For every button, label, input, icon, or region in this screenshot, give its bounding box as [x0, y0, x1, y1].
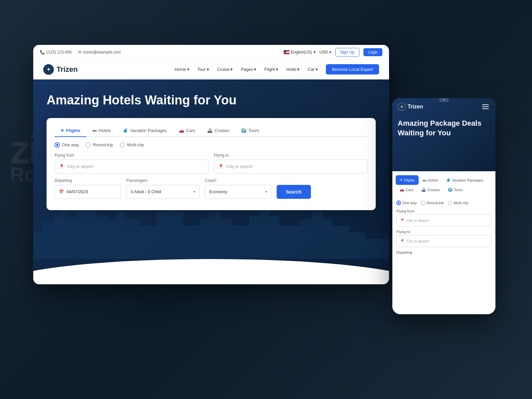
- phone-icon: 📞: [40, 50, 45, 55]
- passengers-value: 0 Adult - 0 Child: [131, 189, 161, 194]
- passengers-select[interactable]: 0 Adult - 0 Child ▾: [126, 185, 200, 199]
- round-trip-label: Round-trip: [93, 142, 113, 147]
- tab-vacation[interactable]: 🧳 Vacation Packages: [117, 125, 173, 137]
- coach-value: Economy: [209, 189, 227, 194]
- mobile-tab-hotels-label: Hotels: [428, 178, 438, 182]
- hamburger-menu[interactable]: [481, 103, 490, 110]
- tab-hotels[interactable]: 🛏 Hotels: [86, 125, 117, 137]
- tab-tours[interactable]: 🌍 Tours: [235, 125, 265, 137]
- mobile-departing-label: Departing: [396, 250, 491, 254]
- tab-tours-label: Tours: [248, 128, 259, 133]
- nav-tour-chevron: ▾: [207, 67, 209, 72]
- nav-flight-chevron: ▾: [276, 67, 278, 72]
- currency-selector[interactable]: USD ▾: [320, 50, 331, 55]
- mobile-logo-text: Trizen: [408, 104, 423, 110]
- mobile-chevron-top: ⌄: [439, 98, 449, 102]
- mobile-tabs: ✈ Flights 🛏 Hotels 🧳 Vacation Packages 🚗…: [392, 171, 495, 197]
- login-button[interactable]: Login: [363, 48, 382, 56]
- nav-home-label: Home: [175, 67, 186, 72]
- nav-pages[interactable]: Pages ▾: [241, 67, 256, 72]
- mobile-trip-types: One way Round-trip Multi-city: [396, 200, 491, 205]
- departing-input[interactable]: 📅 04/07/2023: [55, 185, 121, 199]
- mobile-multi-city-indicator: [448, 200, 453, 205]
- signup-button[interactable]: Sign Up: [335, 48, 359, 57]
- nav-hotel-label: Hotel: [286, 67, 296, 72]
- mobile-pin-icon-from: 📍: [400, 218, 405, 223]
- mobile-tab-tours[interactable]: 🌍 Tours: [444, 185, 467, 195]
- mobile-window: ⌄ ✦ Trizen Amazing Package Deals Waiting…: [392, 98, 495, 314]
- become-local-expert-button[interactable]: Become Local Expert: [326, 64, 379, 74]
- mobile-round-trip-radio[interactable]: Round-trip: [421, 200, 444, 205]
- nav-hotel[interactable]: Hotel ▾: [286, 67, 300, 72]
- nav-pages-label: Pages: [241, 67, 253, 72]
- tab-flights[interactable]: ✈ Flights: [55, 125, 86, 137]
- mobile-tab-flights-label: Flights: [404, 178, 415, 182]
- mobile-tab-cars[interactable]: 🚗 Cars: [396, 185, 417, 195]
- one-way-radio-indicator: [55, 142, 60, 148]
- nav-links: Home ▾ Tour ▾ Cruise ▾ Pages ▾ Flight: [175, 64, 379, 74]
- mobile-tab-vacation[interactable]: 🧳 Vacation Packages: [442, 175, 487, 185]
- mobile-form: One way Round-trip Multi-city Flying fro…: [392, 197, 495, 259]
- vacation-icon: 🧳: [123, 128, 128, 133]
- nav-flight[interactable]: Flight ▾: [264, 67, 278, 72]
- tab-cars[interactable]: 🚗 Cars: [173, 125, 201, 137]
- currency-chevron: ▾: [329, 50, 331, 55]
- lang-chevron: ▾: [314, 50, 316, 55]
- mobile-flights-icon: ✈: [400, 178, 403, 182]
- desktop-hero: Amazing Hotels Waiting for You ✈ Flights…: [33, 79, 389, 284]
- flying-to-field: Flying to 📍 City or airport: [214, 153, 368, 174]
- mobile-flying-to-placeholder: City or airport: [407, 239, 429, 243]
- nav-home[interactable]: Home ▾: [175, 67, 190, 72]
- flying-from-input[interactable]: 📍 City or airport: [55, 160, 208, 174]
- nav-home-chevron: ▾: [187, 67, 190, 72]
- coach-select[interactable]: Economy ▾: [205, 185, 271, 199]
- flying-to-label: Flying to: [214, 153, 368, 158]
- search-button[interactable]: Search: [277, 185, 311, 199]
- trip-types: One way Round-trip Multi-city: [55, 142, 368, 148]
- mobile-tab-vacation-label: Vacation Packages: [452, 178, 483, 182]
- mobile-pin-icon-to: 📍: [400, 239, 405, 243]
- nav-car-chevron: ▾: [316, 67, 318, 72]
- mobile-tab-flights[interactable]: ✈ Flights: [396, 175, 419, 185]
- desktop-navbar: ✦ Trizen Home ▾ Tour ▾ Cruise ▾ Pages: [33, 60, 389, 79]
- mobile-one-way-label: One way: [402, 201, 417, 205]
- ham-line-3: [482, 108, 489, 109]
- flights-icon: ✈: [61, 128, 64, 133]
- tab-cruises[interactable]: 🚢 Cruises: [201, 125, 235, 137]
- mobile-flying-from-input[interactable]: 📍 City or airport: [396, 214, 491, 226]
- mobile-tab-cruises[interactable]: 🚢 Cruises: [417, 185, 444, 195]
- round-trip-radio[interactable]: Round-trip: [85, 142, 113, 148]
- multi-city-radio[interactable]: Multi-city: [120, 142, 144, 148]
- logo[interactable]: ✦ Trizen: [43, 64, 78, 75]
- mobile-logo[interactable]: ✦ Trizen: [398, 103, 423, 111]
- mobile-multi-city-radio[interactable]: Multi-city: [448, 200, 468, 205]
- coach-field: Coach Economy ▾: [205, 178, 271, 199]
- mobile-one-way-radio[interactable]: One way: [396, 200, 417, 205]
- cars-icon: 🚗: [179, 128, 184, 133]
- coach-chevron: ▾: [265, 190, 267, 194]
- desktop-window: 📞 (123) 123-456 ✉ trizen@example.com Eng…: [33, 45, 389, 284]
- language-selector[interactable]: English(US) ▾: [284, 50, 316, 55]
- nav-tour[interactable]: Tour ▾: [198, 67, 209, 72]
- nav-car[interactable]: Car ▾: [308, 67, 318, 72]
- ham-line-1: [482, 104, 489, 105]
- round-trip-radio-indicator: [85, 142, 91, 148]
- search-row-2: Departing 📅 04/07/2023 Passengers 0 Adul…: [55, 178, 368, 199]
- nav-car-label: Car: [308, 67, 315, 72]
- language-label: English(US): [291, 50, 312, 55]
- flying-to-input[interactable]: 📍 City or airport: [214, 160, 368, 174]
- hotels-icon: 🛏: [92, 128, 97, 133]
- nav-cruise[interactable]: Cruise ▾: [217, 67, 233, 72]
- topbar-right: English(US) ▾ USD ▾ Sign Up Login: [284, 48, 382, 57]
- departing-value: 04/07/2023: [66, 189, 88, 194]
- hero-content: Amazing Hotels Waiting for You ✈ Flights…: [33, 79, 389, 217]
- one-way-radio[interactable]: One way: [55, 142, 79, 148]
- nav-pages-chevron: ▾: [254, 67, 256, 72]
- logo-icon: ✦: [43, 64, 54, 75]
- mobile-tab-hotels[interactable]: 🛏 Hotels: [419, 175, 442, 185]
- mobile-flying-to-input[interactable]: 📍 City or airport: [396, 235, 491, 247]
- email-info: ✉ trizen@example.com: [78, 50, 121, 55]
- mobile-cruises-icon: 🚢: [421, 188, 426, 192]
- nav-cruise-chevron: ▾: [230, 67, 233, 72]
- phone-number: (123) 123-456: [47, 50, 71, 55]
